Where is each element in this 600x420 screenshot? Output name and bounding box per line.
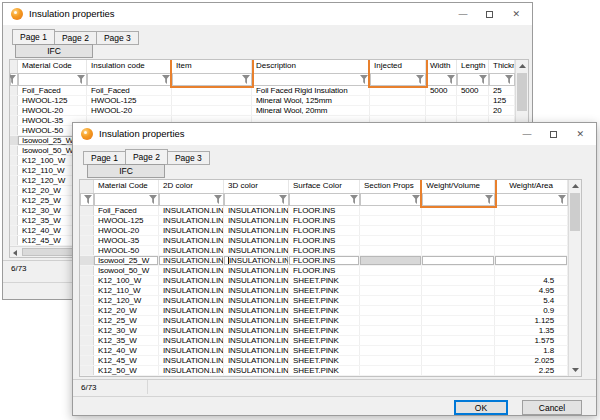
row-selector[interactable] [80, 356, 94, 365]
row-selector[interactable] [80, 226, 94, 235]
row-selector[interactable] [10, 96, 18, 105]
cell-section[interactable] [360, 346, 422, 355]
cell-c3d[interactable]: INSULATION.LINE [224, 266, 289, 275]
cell-section[interactable] [360, 226, 422, 235]
cell-c3d[interactable]: INSULATION.LINE [224, 206, 289, 215]
cell-c3d[interactable]: INSULATION.LINE [224, 326, 289, 335]
row-selector[interactable] [80, 346, 94, 355]
row-selector[interactable] [80, 276, 94, 285]
row-selector[interactable] [80, 316, 94, 325]
filter-funnel-icon[interactable] [84, 195, 92, 204]
cell-insulation[interactable]: Foil_Faced [87, 86, 172, 95]
filter-funnel-icon[interactable] [505, 75, 513, 84]
cell-material[interactable]: HWOOL-50 [94, 246, 159, 255]
cell-wvol[interactable] [422, 306, 495, 315]
cell-c3d[interactable]: INSULATION.LINE [224, 286, 289, 295]
filter-c3d[interactable] [224, 193, 289, 206]
cell-section[interactable] [360, 206, 422, 215]
filter-wvol[interactable] [422, 193, 495, 206]
filter-thick[interactable] [489, 73, 515, 86]
cell-material[interactable]: HWOOL-125 [94, 216, 159, 225]
filter-funnel-icon[interactable] [416, 75, 424, 84]
column-header-insulation[interactable]: Insulation code [87, 60, 172, 73]
row-selector[interactable] [80, 306, 94, 315]
cell-warea[interactable] [495, 236, 568, 245]
tab-page-3[interactable]: Page 3 [97, 31, 139, 45]
row-selector[interactable] [80, 266, 94, 275]
ifc-button[interactable]: IFC [87, 164, 165, 178]
cell-warea[interactable] [495, 246, 568, 255]
cell-surface[interactable]: FLOOR.INS [289, 256, 360, 265]
cell-wvol[interactable] [422, 226, 495, 235]
cell-thick[interactable]: 25 [489, 86, 515, 95]
cell-length[interactable] [457, 106, 489, 115]
cell-material[interactable]: HWOOL-20 [94, 226, 159, 235]
cell-c3d[interactable]: INSULATION.LINE [224, 316, 289, 325]
cell-section[interactable] [360, 216, 422, 225]
cell-section[interactable] [360, 366, 422, 375]
close-icon[interactable]: ✕ [576, 130, 584, 139]
column-header-description[interactable]: Description [252, 60, 370, 73]
row-selector[interactable] [10, 196, 18, 205]
cell-material[interactable]: K12_50_W [94, 366, 159, 375]
row-selector[interactable] [80, 326, 94, 335]
filter-material[interactable] [94, 193, 159, 206]
filter-section[interactable] [360, 193, 422, 206]
filter-surface[interactable] [289, 193, 360, 206]
cell-thick[interactable]: 125 [489, 96, 515, 105]
cell-insulation[interactable]: HWOOL-125 [87, 96, 172, 105]
cell-surface[interactable]: FLOOR.INS [289, 266, 360, 275]
cell-wvol[interactable] [422, 356, 495, 365]
cell-surface[interactable]: SHEET.PINK [289, 296, 360, 305]
cell-c2d[interactable]: INSULATION.LINE [159, 326, 224, 335]
cell-section[interactable] [360, 296, 422, 305]
row-selector[interactable] [10, 116, 18, 125]
cell-material[interactable]: K12_100_W [94, 276, 159, 285]
titlebar[interactable]: Insulation properties — ✕ [73, 123, 596, 145]
cell-wvol[interactable] [422, 246, 495, 255]
filter-funnel-icon[interactable] [558, 195, 566, 204]
cell-section[interactable] [360, 276, 422, 285]
ifc-button[interactable]: IFC [15, 44, 93, 58]
cell-warea[interactable] [495, 206, 568, 215]
cell-surface[interactable]: SHEET.PINK [289, 316, 360, 325]
filter-length[interactable] [457, 73, 489, 86]
cell-material[interactable]: K12_110_W [94, 286, 159, 295]
cell-c3d[interactable]: INSULATION.LINE [224, 356, 289, 365]
cell-surface[interactable]: SHEET.PINK [289, 286, 360, 295]
cell-c2d[interactable]: INSULATION.LINE [159, 296, 224, 305]
cell-material[interactable]: Foil_Faced [18, 86, 87, 95]
cell-c2d[interactable]: INSULATION.LINE [159, 266, 224, 275]
ok-button[interactable]: OK [454, 400, 508, 415]
row-selector[interactable] [10, 126, 18, 135]
cell-warea[interactable]: 4.5 [495, 276, 568, 285]
cell-c3d[interactable]: INSULATION.LINE [224, 306, 289, 315]
tab-page-1[interactable]: Page 1 [83, 151, 126, 165]
cell-insulation[interactable]: HWOOL-20 [87, 106, 172, 115]
cell-wvol[interactable] [422, 346, 495, 355]
filter-material[interactable] [18, 73, 87, 86]
filter-funnel-icon[interactable] [412, 195, 420, 204]
cell-wvol[interactable] [422, 326, 495, 335]
cell-section[interactable] [360, 286, 422, 295]
filter-warea[interactable] [495, 193, 568, 206]
scroll-up-icon[interactable] [572, 184, 579, 188]
cell-c3d[interactable]: INSULATION.LINE [224, 246, 289, 255]
cell-c3d[interactable]: INSULATION.LINE [224, 236, 289, 245]
cell-material[interactable]: Isowool_25_W [94, 256, 159, 265]
cell-c2d[interactable]: INSULATION.LINE [159, 346, 224, 355]
row-selector[interactable] [80, 286, 94, 295]
cell-warea[interactable] [495, 226, 568, 235]
cell-c2d[interactable]: INSULATION.LINE [159, 356, 224, 365]
cell-section[interactable] [360, 306, 422, 315]
cell-wvol[interactable] [422, 316, 495, 325]
cell-c2d[interactable]: INSULATION.LINE [159, 306, 224, 315]
filter-row-selector[interactable] [10, 73, 18, 86]
cell-width[interactable] [426, 106, 457, 115]
column-header-surface[interactable]: Surface Color [289, 180, 360, 193]
filter-funnel-icon[interactable] [350, 195, 358, 204]
scroll-down-icon[interactable] [572, 368, 579, 372]
cell-warea[interactable]: 1.8 [495, 346, 568, 355]
minimize-icon[interactable]: — [522, 130, 531, 139]
cell-c3d[interactable]: INSULATION.LINE [224, 366, 289, 375]
